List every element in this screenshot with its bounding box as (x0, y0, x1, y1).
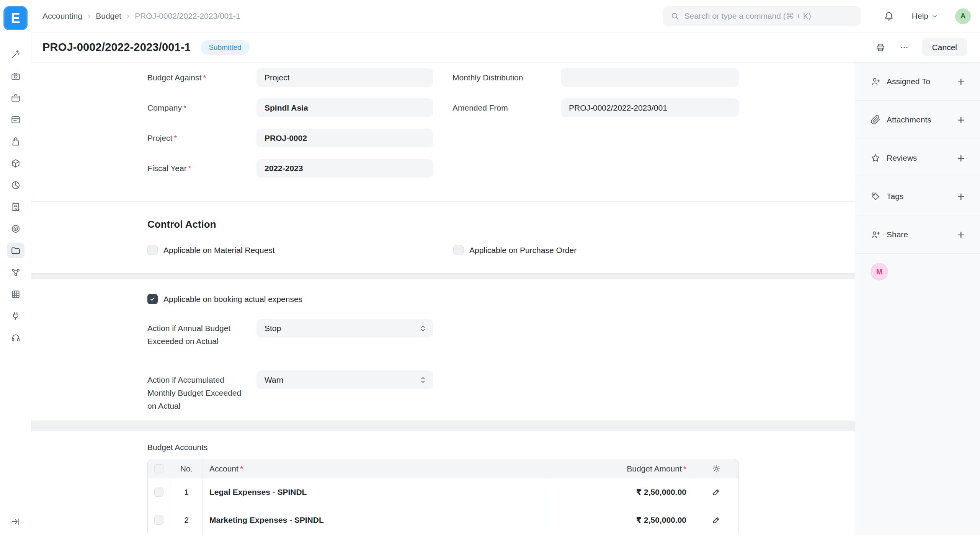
section-control-action: Control Action Applicable on Material Re… (31, 201, 855, 273)
header-no-cell: No. (170, 459, 203, 478)
sidebar-item-workflow[interactable] (7, 264, 24, 280)
briefcase-icon (11, 93, 21, 103)
row-amount-cell[interactable]: ₹ 2,50,000.00 (546, 478, 693, 506)
breadcrumb-budget[interactable]: Budget (96, 11, 121, 21)
field-pair: Monthly Distribution (452, 68, 739, 87)
sidebar-item-folder[interactable] (7, 243, 24, 258)
menu-button[interactable] (895, 39, 913, 56)
required-star: * (240, 464, 243, 473)
required-star: * (188, 164, 191, 173)
table-row: 2 Marketing Expenses - SPINDL ₹ 2,50,000… (148, 506, 738, 534)
purchase-order-label[interactable]: Applicable on Purchase Order (469, 246, 577, 255)
sidebar-item-list[interactable] (7, 112, 24, 127)
required-star: * (174, 134, 177, 142)
select-all-checkbox[interactable] (154, 464, 163, 473)
select-updown-icon (418, 323, 428, 333)
row-checkbox[interactable] (154, 515, 163, 525)
sidebar-item-pie-chart[interactable] (7, 177, 24, 193)
sidebar-item-target[interactable] (7, 221, 24, 237)
header-settings-cell[interactable] (693, 459, 739, 478)
fiscal-year-label: Fiscal Year* (147, 164, 256, 173)
budget-accounts-label: Budget Accounts (147, 443, 855, 452)
collapse-sidebar-button[interactable] (11, 517, 21, 527)
app-root: E Accounting › Budget › (0, 0, 980, 535)
add-share-button[interactable]: + (957, 228, 965, 241)
user-avatar[interactable]: A (955, 8, 971, 24)
add-tag-button[interactable]: + (957, 190, 965, 203)
search-input[interactable] (684, 11, 854, 21)
global-search[interactable] (663, 6, 861, 26)
print-button[interactable] (871, 39, 890, 56)
tags-label: Tags (887, 192, 903, 201)
budget-against-field[interactable]: Project (256, 68, 433, 87)
document-titlebar: PROJ-0002/2022-2023/001-1 Submitted Canc… (31, 33, 980, 62)
sidebar-item-package[interactable] (7, 155, 24, 171)
sidebar-item-attachments: Attachments + (855, 101, 980, 139)
header-select-cell (148, 459, 170, 478)
row-select-cell (148, 506, 170, 534)
material-request-checkbox[interactable] (147, 245, 158, 255)
section-separator (31, 421, 855, 431)
amended-from-field[interactable]: PROJ-0002/2022-2023/001 (561, 98, 739, 117)
notifications-button[interactable] (884, 11, 894, 21)
budget-against-label: Budget Against* (147, 73, 256, 82)
sidebar-item-grid[interactable] (7, 286, 24, 302)
sidebar-item-building[interactable] (7, 199, 24, 215)
row-account-cell[interactable]: Legal Expenses - SPINDL (203, 478, 546, 506)
monthly-budget-action-row: Action if Accumulated Monthly Budget Exc… (147, 370, 855, 413)
shopping-bag-icon (11, 137, 21, 147)
help-menu[interactable]: Help (912, 11, 938, 21)
sidebar-item-headset[interactable] (7, 330, 24, 346)
add-attachment-button[interactable]: + (957, 113, 965, 126)
search-icon (670, 11, 679, 21)
monthly-distribution-field[interactable] (561, 68, 739, 87)
control-action-heading: Control Action (147, 219, 855, 230)
row-checkbox[interactable] (154, 488, 163, 497)
material-request-label[interactable]: Applicable on Material Request (163, 246, 275, 255)
sidebar-item-briefcase[interactable] (7, 90, 24, 106)
ellipsis-icon (899, 42, 909, 52)
app-logo[interactable]: E (3, 6, 28, 30)
sidebar-item-shopping-bag[interactable] (7, 134, 24, 149)
row-edit-cell[interactable] (693, 506, 739, 534)
purchase-order-checkbox[interactable] (453, 245, 464, 255)
row-no-cell: 1 (170, 478, 203, 506)
sidebar-item-wand[interactable] (7, 46, 24, 62)
select-updown-icon (418, 375, 428, 385)
shared-user-avatar[interactable]: M (871, 263, 888, 281)
breadcrumb-accounting[interactable]: Accounting (42, 11, 82, 21)
company-field[interactable]: Spindl Asia (256, 98, 433, 117)
pencil-icon (712, 515, 721, 525)
purchase-order-check-item: Applicable on Purchase Order (453, 245, 577, 255)
paperclip-icon (871, 115, 880, 125)
company-label: Company* (147, 103, 256, 113)
row-account-cell[interactable]: Marketing Expenses - SPINDL (203, 506, 546, 534)
list-icon (11, 115, 21, 125)
booking-expenses-checkbox[interactable] (147, 294, 158, 304)
table-row: 1 Legal Expenses - SPINDL ₹ 2,50,000.00 (148, 478, 738, 506)
main-column: Accounting › Budget › PROJ-0002/2022-202… (31, 0, 980, 535)
status-badge: Submitted (201, 40, 250, 55)
annual-budget-action-select[interactable]: Stop (256, 319, 433, 338)
headset-icon (11, 333, 21, 343)
select-value: Stop (265, 324, 281, 333)
grid-icon (11, 289, 21, 299)
cancel-button[interactable]: Cancel (922, 38, 967, 56)
left-sidebar: E (0, 0, 31, 535)
booking-expenses-label[interactable]: Applicable on booking actual expenses (163, 295, 302, 304)
monthly-budget-action-select[interactable]: Warn (256, 370, 433, 389)
plug-icon (11, 311, 21, 321)
project-field[interactable]: PROJ-0002 (256, 129, 433, 147)
assigned-to-label: Assigned To (887, 77, 930, 86)
fiscal-year-field[interactable]: 2022-2023 (256, 159, 433, 178)
breadcrumb-separator: › (127, 11, 129, 21)
annual-budget-action-row: Action if Annual Budget Exceeded on Actu… (147, 319, 855, 348)
row-amount-cell[interactable]: ₹ 2,50,000.00 (546, 506, 693, 534)
sidebar-item-share: Share + (855, 215, 980, 254)
add-review-button[interactable]: + (957, 152, 965, 165)
row-edit-cell[interactable] (693, 478, 739, 506)
sidebar-item-plug[interactable] (7, 308, 24, 324)
add-assignment-button[interactable]: + (957, 75, 965, 88)
material-request-check-item: Applicable on Material Request (147, 245, 453, 255)
sidebar-item-camera[interactable] (7, 68, 24, 84)
